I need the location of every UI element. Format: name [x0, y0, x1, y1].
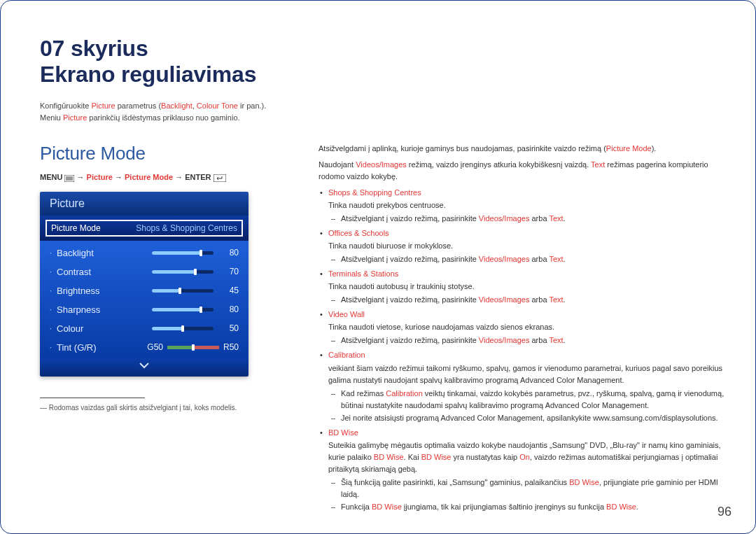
osd-tint-r: R50 — [223, 342, 239, 352]
osd-slider-row[interactable]: ·Brightness45 — [40, 281, 248, 300]
chapter-title: Ekrano reguliavimas — [40, 62, 727, 87]
footnote-rule — [40, 398, 145, 398]
enter-icon — [214, 174, 226, 182]
osd-slider-value: 80 — [219, 304, 239, 314]
osd-slider-row[interactable]: ·Colour50 — [40, 319, 248, 338]
mode-sub-item: Atsižvelgiant į vaizdo režimą, pasirinki… — [328, 335, 727, 346]
mode-name: Calibration — [328, 351, 365, 359]
mode-sub-item: Atsižvelgiant į vaizdo režimą, pasirinki… — [328, 253, 727, 265]
mode-name: Video Wall — [328, 310, 365, 318]
mode-item: Shops & Shopping CentresTinka naudoti pr… — [318, 187, 727, 225]
osd-slider-value: 50 — [219, 323, 239, 333]
breadcrumb: MENU → Picture → Picture Mode → ENTER — [40, 173, 299, 182]
osd-slider-value: 80 — [219, 248, 239, 258]
osd-slider-label: Contrast — [57, 267, 146, 277]
section-title: Picture Mode — [40, 143, 299, 164]
chapter-number: 07 skyrius — [40, 36, 148, 61]
mode-name: Terminals & Stations — [328, 269, 398, 278]
osd-picture-mode-row[interactable]: Picture Mode Shops & Shopping Centres — [40, 216, 248, 241]
osd-tint-track[interactable] — [167, 346, 219, 349]
chevron-down-icon[interactable] — [40, 358, 248, 377]
mode-item: Video WallTinka naudoti vietose, kuriose… — [318, 309, 727, 346]
osd-tint-label: Tint (G/R) — [57, 342, 147, 353]
osd-slider-row[interactable]: ·Contrast70 — [40, 262, 248, 281]
footnote: ― Rodomas vaizdas gali skirtis atsižvelg… — [40, 404, 299, 412]
mode-item: Offices & SchoolsTinka naudoti biuruose … — [318, 227, 727, 265]
osd-slider-label: Brightness — [57, 286, 146, 296]
osd-slider-row[interactable]: ·Sharpness80 — [40, 300, 248, 319]
mode-sub-item: Atsižvelgiant į vaizdo režimą, pasirinki… — [328, 294, 727, 306]
osd-slider-track[interactable] — [152, 289, 214, 293]
mode-item: Terminals & StationsTinka naudoti autobu… — [318, 268, 727, 306]
osd-picture-mode-label: Picture Mode — [51, 223, 101, 233]
osd-header: Picture — [40, 192, 248, 216]
osd-picture-mode-value: Shops & Shopping Centres — [136, 223, 237, 233]
mode-sub-item: Atsižvelgiant į vaizdo režimą, pasirinki… — [328, 213, 727, 225]
osd-panel: Picture Picture Mode Shops & Shopping Ce… — [40, 192, 248, 377]
osd-tint-row[interactable]: ·Tint (G/R)G50R50 — [40, 338, 248, 357]
osd-slider-value: 70 — [219, 267, 239, 276]
menu-icon — [64, 174, 74, 182]
mode-sub-item: Kad režimas Calibration veiktų tinkamai,… — [328, 388, 727, 412]
osd-slider-label: Backlight — [57, 248, 146, 258]
chapter-heading: 07 skyrius Ekrano reguliavimas — [40, 36, 727, 87]
osd-slider-label: Sharpness — [57, 304, 146, 315]
osd-slider-track[interactable] — [152, 270, 214, 274]
mode-sub-item: Šią funkciją galite pasirinkti, kai „Sam… — [328, 477, 727, 500]
page-number: 96 — [718, 505, 732, 519]
mode-name: Offices & Schools — [328, 229, 389, 237]
mode-name: BD Wise — [328, 428, 358, 437]
osd-slider-row[interactable]: ·Backlight80 — [40, 244, 248, 262]
osd-tint-g: G50 — [147, 342, 163, 352]
osd-slider-value: 45 — [219, 286, 239, 295]
mode-name: Shops & Shopping Centres — [328, 188, 421, 197]
mode-item: Calibrationveikiant šiam vaizdo režimui … — [318, 349, 727, 423]
osd-slider-label: Colour — [57, 323, 146, 334]
mode-item: BD WiseSuteikia galimybę mėgautis optima… — [318, 427, 727, 513]
osd-slider-track[interactable] — [152, 327, 214, 330]
left-column: Picture Mode MENU → Picture → Picture Mo… — [40, 143, 299, 516]
right-column: Atsižvelgdami į aplinką, kurioje gaminys… — [299, 143, 727, 516]
intro-text: Konfigūruokite Picture parametrus (Backl… — [40, 100, 727, 125]
mode-sub-item: Funkcija BD Wise įjungiama, tik kai prij… — [328, 501, 727, 513]
osd-slider-track[interactable] — [152, 251, 214, 255]
osd-slider-track[interactable] — [152, 308, 214, 311]
mode-sub-item: Jei norite atsisiųsti programą Advanced … — [328, 412, 727, 424]
manual-page: 07 skyrius Ekrano reguliavimas Konfigūru… — [0, 0, 756, 534]
